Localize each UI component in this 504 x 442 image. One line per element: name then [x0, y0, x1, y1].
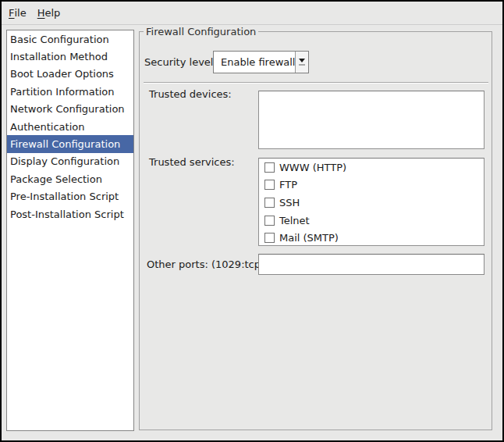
- service-label: SSH: [279, 197, 300, 209]
- service-label: WWW (HTTP): [279, 162, 346, 173]
- dropdown-button[interactable]: [295, 52, 308, 73]
- service-label: Telnet: [279, 215, 310, 226]
- service-row[interactable]: FTP: [259, 176, 484, 194]
- checkbox-icon[interactable]: [264, 198, 275, 208]
- trusted-devices-list[interactable]: [258, 91, 484, 149]
- service-row[interactable]: Telnet: [259, 212, 484, 230]
- trusted-services-label: Trusted services:: [149, 156, 235, 168]
- sidebar-item-basic-configuration[interactable]: Basic Configuration: [7, 30, 133, 48]
- sidebar-item-boot-loader-options[interactable]: Boot Loader Options: [7, 66, 133, 83]
- firewall-configuration-frame: Firewall Configuration Security level: E…: [139, 26, 492, 430]
- checkbox-icon[interactable]: [264, 216, 275, 226]
- sidebar-item-installation-method[interactable]: Installation Method: [7, 48, 133, 65]
- service-row[interactable]: SSH: [259, 194, 484, 212]
- sidebar-item-post-installation-script[interactable]: Post-Installation Script: [7, 205, 133, 223]
- menubar: FileHelp: [2, 2, 502, 25]
- sidebar-item-package-selection[interactable]: Package Selection: [7, 170, 133, 187]
- service-row[interactable]: Mail (SMTP): [259, 229, 484, 246]
- other-ports-input[interactable]: [258, 254, 484, 275]
- chevron-underline: [299, 64, 305, 66]
- separator: [144, 82, 488, 84]
- sidebar-item-display-configuration[interactable]: Display Configuration: [7, 153, 133, 170]
- checkbox-icon[interactable]: [264, 180, 275, 190]
- service-row[interactable]: WWW (HTTP): [259, 159, 484, 176]
- other-ports-label: Other ports: (1029:tcp): [147, 258, 264, 270]
- menu-item-help[interactable]: Help: [32, 2, 66, 24]
- checkbox-icon[interactable]: [264, 233, 275, 243]
- chevron-down-icon: [299, 59, 305, 62]
- sidebar-item-network-configuration[interactable]: Network Configuration: [7, 101, 133, 118]
- sidebar-item-firewall-configuration[interactable]: Firewall Configuration: [7, 135, 133, 152]
- sidebar-item-authentication[interactable]: Authentication: [7, 118, 133, 135]
- security-level-value: Enable firewall: [214, 52, 295, 73]
- config-section-list[interactable]: Basic ConfigurationInstallation MethodBo…: [6, 30, 134, 431]
- service-label: FTP: [279, 179, 297, 191]
- service-label: Mail (SMTP): [279, 232, 339, 244]
- trusted-devices-label: Trusted devices:: [149, 88, 232, 100]
- trusted-services-list[interactable]: WWW (HTTP) FTP SSH Telnet Mail (SMTP): [258, 158, 484, 246]
- security-level-dropdown[interactable]: Enable firewall: [213, 51, 309, 73]
- sidebar-item-pre-installation-script[interactable]: Pre-Installation Script: [7, 188, 133, 205]
- app-window: FileHelp Basic ConfigurationInstallation…: [0, 0, 504, 442]
- menu-item-file[interactable]: File: [3, 2, 32, 24]
- security-level-label: Security level:: [144, 56, 217, 68]
- checkbox-icon[interactable]: [264, 162, 275, 173]
- frame-title: Firewall Configuration: [144, 26, 258, 37]
- sidebar-item-partition-information[interactable]: Partition Information: [7, 83, 133, 100]
